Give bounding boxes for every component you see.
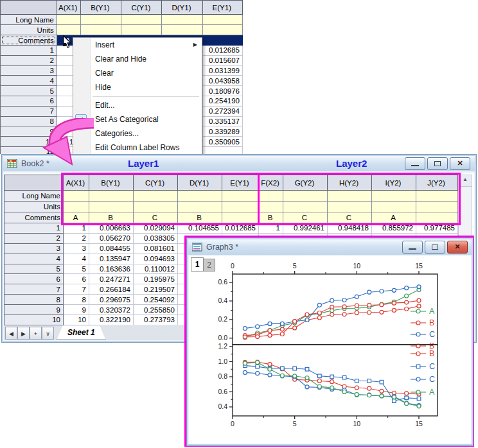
- label-cell[interactable]: [416, 212, 458, 223]
- row-header[interactable]: 9: [4, 305, 64, 315]
- data-cell[interactable]: 5: [64, 264, 89, 274]
- data-cell[interactable]: 9: [64, 305, 89, 315]
- row-header[interactable]: 5: [4, 264, 64, 274]
- restore-button[interactable]: [427, 157, 448, 170]
- label-cell[interactable]: [80, 15, 121, 25]
- label-cell[interactable]: [57, 25, 80, 35]
- data-cell[interactable]: 0.219507: [134, 284, 178, 295]
- data-cell[interactable]: 0.254092: [134, 295, 178, 305]
- sheet-nav-button-2[interactable]: +: [30, 327, 42, 340]
- data-cell[interactable]: 0.977485: [416, 223, 458, 234]
- label-cell[interactable]: [121, 15, 162, 25]
- label-cell[interactable]: [80, 25, 121, 35]
- label-cell[interactable]: [178, 191, 222, 202]
- data-cell[interactable]: 0.056270: [89, 233, 134, 243]
- row-header[interactable]: 3: [4, 243, 64, 254]
- data-cell[interactable]: 0.320372: [89, 305, 134, 315]
- label-cell[interactable]: [328, 202, 372, 212]
- column-header[interactable]: D(Y1): [178, 175, 222, 191]
- label-cell[interactable]: [64, 202, 89, 212]
- data-cell[interactable]: 0.335137: [202, 116, 242, 126]
- label-cell[interactable]: [134, 191, 178, 202]
- minimize-button[interactable]: [405, 157, 425, 170]
- corner-cell[interactable]: [4, 175, 64, 191]
- label-cell[interactable]: [372, 191, 416, 202]
- data-cell[interactable]: 0.296975: [89, 295, 134, 305]
- menu-item-insert[interactable]: Insert▶: [73, 38, 202, 52]
- row-header[interactable]: 8: [4, 295, 64, 305]
- data-cell[interactable]: 0.180976: [202, 86, 242, 96]
- data-cell[interactable]: 0.195975: [134, 274, 178, 284]
- row-header[interactable]: 10: [4, 315, 64, 325]
- data-cell[interactable]: 7: [64, 284, 89, 295]
- label-cell[interactable]: [283, 202, 328, 212]
- menu-item-categories[interactable]: Categories...: [73, 126, 202, 141]
- data-cell[interactable]: 0.038305: [134, 233, 178, 243]
- close-icon[interactable]: [447, 241, 468, 254]
- data-cell[interactable]: 1: [64, 223, 89, 234]
- row-header[interactable]: 1: [1, 46, 57, 56]
- label-cell[interactable]: [202, 15, 242, 25]
- row-header[interactable]: 10: [1, 137, 57, 147]
- label-cell[interactable]: [121, 25, 162, 35]
- data-cell[interactable]: 0.948418: [328, 223, 372, 234]
- column-header[interactable]: F(X2): [259, 175, 283, 191]
- label-cell[interactable]: [162, 15, 202, 25]
- row-header[interactable]: 2: [1, 55, 57, 65]
- row-header[interactable]: 9: [1, 126, 57, 137]
- menu-item-clear[interactable]: Clear: [73, 66, 202, 80]
- sheet-tab[interactable]: Sheet 1: [57, 326, 106, 340]
- label-cell[interactable]: B: [259, 212, 283, 223]
- row-header[interactable]: 1: [4, 223, 64, 234]
- column-header[interactable]: C(Y1): [121, 1, 162, 15]
- menu-item-clear-and-hide[interactable]: Clear and Hide: [73, 52, 202, 66]
- data-cell[interactable]: 0.273793: [134, 315, 178, 325]
- column-header[interactable]: D(Y1): [162, 1, 202, 15]
- row-header[interactable]: 11: [1, 146, 57, 154]
- label-cell[interactable]: [416, 191, 458, 202]
- book2-titlebar[interactable]: Book2 *: [3, 156, 475, 171]
- label-cell[interactable]: [178, 202, 222, 212]
- column-header[interactable]: J(Y2): [416, 175, 458, 191]
- graph-page-tab-1[interactable]: 1: [191, 257, 204, 271]
- data-cell[interactable]: 0.163636: [89, 264, 134, 274]
- label-cell[interactable]: [89, 202, 134, 212]
- sheet-nav-button-1[interactable]: ▶: [17, 327, 30, 340]
- column-header[interactable]: H(Y2): [328, 175, 372, 191]
- label-cell[interactable]: B: [178, 212, 222, 223]
- data-cell[interactable]: 0.012685: [202, 46, 242, 56]
- data-cell[interactable]: 0.031399: [202, 65, 242, 76]
- data-cell[interactable]: 0.015607: [202, 55, 242, 65]
- label-cell[interactable]: [259, 191, 283, 202]
- data-cell[interactable]: 6: [64, 274, 89, 284]
- corner-cell[interactable]: [1, 1, 57, 15]
- data-cell[interactable]: 0.272394: [202, 106, 242, 116]
- menu-item-edit[interactable]: Edit...: [73, 98, 202, 112]
- data-cell[interactable]: 0.043958: [202, 76, 242, 86]
- menu-item-hide[interactable]: Hide: [73, 80, 202, 94]
- data-cell[interactable]: 0.855972: [372, 223, 416, 234]
- row-header[interactable]: 6: [1, 96, 57, 106]
- menu-item-set-as-categorical[interactable]: Set As Categorical✓: [73, 112, 202, 126]
- label-cell[interactable]: C: [283, 212, 328, 223]
- data-cell[interactable]: 0.254190: [202, 96, 242, 106]
- sheet-nav-button-0[interactable]: ◀: [5, 327, 17, 340]
- column-header[interactable]: A(X1): [57, 1, 80, 15]
- label-cell[interactable]: [222, 202, 259, 212]
- row-header[interactable]: 4: [1, 76, 57, 86]
- label-cell[interactable]: B: [89, 212, 134, 223]
- menu-item-edit-column-label-rows[interactable]: Edit Column Label Rows: [73, 141, 202, 155]
- column-header[interactable]: B(Y1): [89, 175, 134, 191]
- label-cell[interactable]: [89, 191, 134, 202]
- column-header[interactable]: B(Y1): [80, 1, 121, 15]
- data-cell[interactable]: 3: [64, 243, 89, 254]
- label-cell[interactable]: [202, 25, 242, 35]
- row-label-header[interactable]: Long Name: [1, 15, 57, 25]
- data-cell[interactable]: 8: [64, 295, 89, 305]
- data-cell[interactable]: 0.266184: [89, 284, 134, 295]
- label-cell[interactable]: A: [372, 212, 416, 223]
- close-button[interactable]: [450, 157, 470, 170]
- label-cell[interactable]: [64, 191, 89, 202]
- column-header[interactable]: E(Y1): [202, 1, 242, 15]
- data-cell[interactable]: 0.081601: [134, 243, 178, 254]
